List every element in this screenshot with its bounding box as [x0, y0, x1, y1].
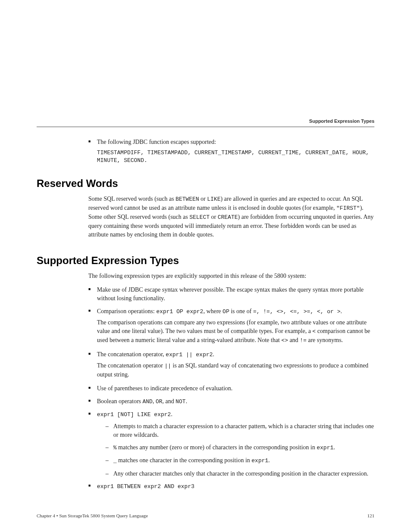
- bullet-text: Make use of JDBC escape syntax wherever …: [97, 286, 364, 302]
- list-item: Make use of JDBC escape syntax wherever …: [88, 286, 374, 302]
- heading-reserved-words: Reserved Words: [37, 177, 374, 190]
- supported-list: Make use of JDBC escape syntax wherever …: [88, 286, 374, 491]
- list-item: expr1 [NOT] LIKE expr2. Attempts to matc…: [88, 410, 374, 478]
- paragraph: The comparison operations can compare an…: [97, 318, 374, 345]
- heading-supported-expression-types: Supported Expression Types: [37, 255, 374, 267]
- list-item: Attempts to match a character expression…: [106, 422, 374, 439]
- bullet-text: expr1 [NOT] LIKE expr2.: [97, 411, 172, 417]
- paragraph: Some SQL reserved words (such as BETWEEN…: [88, 195, 374, 239]
- bullet-text: expr1 BETWEEN expr2 AND expr3: [97, 483, 194, 490]
- bullet-text: The concatenation operator, expr1 || exp…: [97, 351, 214, 358]
- jdbc-escapes-list: The following JDBC function escapes supp…: [88, 138, 374, 165]
- like-sublist: Attempts to match a character expression…: [106, 422, 374, 478]
- header-rule: [37, 127, 374, 127]
- paragraph: The following expression types are expli…: [88, 272, 374, 280]
- list-item: Comparison operations: expr1 OP expr2, w…: [88, 307, 374, 345]
- list-item: expr1 BETWEEN expr2 AND expr3: [88, 482, 374, 491]
- list-item: Use of parentheses to indicate precedenc…: [88, 384, 374, 393]
- bullet-text: Boolean operators AND, OR, and NOT.: [97, 398, 187, 404]
- list-item: Any other character matches only that ch…: [106, 470, 374, 478]
- code-block: TIMESTAMPDIFF, TIMESTAMPADD, CURRENT_TIM…: [97, 149, 374, 165]
- footer-chapter: Chapter 4 • Sun StorageTek 5800 System Q…: [37, 513, 148, 518]
- page-footer: Chapter 4 • Sun StorageTek 5800 System Q…: [37, 513, 374, 518]
- list-item: _ matches one character in the correspon…: [106, 456, 374, 465]
- page-number: 121: [367, 513, 375, 518]
- bullet-text: Comparison operations: expr1 OP expr2, w…: [97, 308, 342, 314]
- page-content: The following JDBC function escapes supp…: [0, 0, 411, 521]
- running-header: Supported Expression Types: [309, 118, 374, 124]
- paragraph: The concatenation operator || is an SQL …: [97, 361, 374, 379]
- bullet-text: Use of parentheses to indicate precedenc…: [97, 385, 233, 392]
- list-item: The following JDBC function escapes supp…: [88, 138, 374, 165]
- reserved-words-body: Some SQL reserved words (such as BETWEEN…: [88, 195, 374, 239]
- supported-intro: The following expression types are expli…: [88, 272, 374, 280]
- list-item: % matches any number (zero or more) of c…: [106, 443, 374, 452]
- list-item: The concatenation operator, expr1 || exp…: [88, 350, 374, 379]
- list-item: Boolean operators AND, OR, and NOT.: [88, 397, 374, 406]
- bullet-text: The following JDBC function escapes supp…: [97, 139, 216, 145]
